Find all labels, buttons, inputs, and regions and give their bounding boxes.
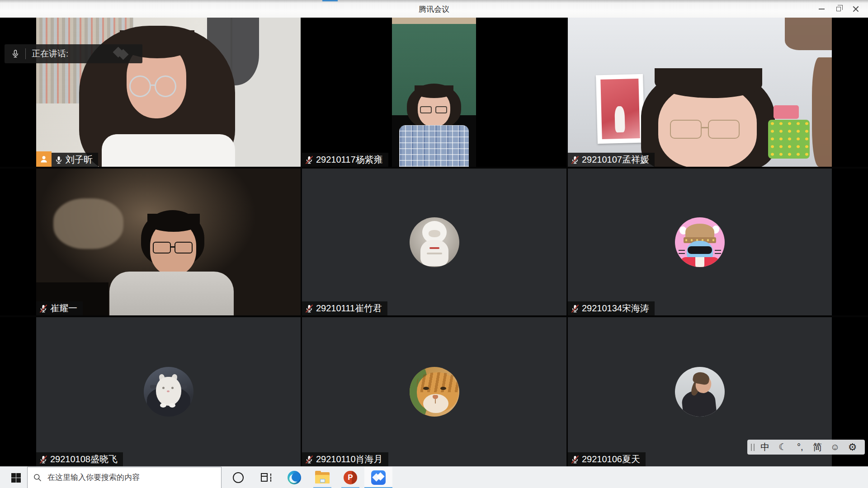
- video-tile-1[interactable]: 刘子昕: [0, 18, 301, 167]
- mic-icon: [54, 155, 63, 164]
- minimize-icon: [819, 9, 825, 9]
- minimize-button[interactable]: [813, 2, 830, 16]
- plaid-shirt-art: [399, 125, 469, 167]
- close-icon: [853, 6, 859, 12]
- video-tile-4[interactable]: 崔耀一: [0, 169, 301, 315]
- window-titlebar: 腾讯会议: [0, 0, 868, 18]
- taskbar-edge-button[interactable]: [280, 467, 308, 488]
- video-tile-6[interactable]: 29210134宋海涛: [568, 169, 868, 315]
- mic-muted-icon: [305, 304, 314, 313]
- participant-avatar: [410, 367, 459, 417]
- participant-name-tag: 29210108盛晓飞: [36, 452, 123, 466]
- mic-muted-icon: [39, 455, 48, 464]
- windows-logo-icon: [11, 473, 21, 483]
- participant-avatar: [675, 217, 725, 267]
- shirt-art: [109, 272, 234, 315]
- cortana-icon: [233, 472, 244, 483]
- person-icon: [39, 155, 48, 164]
- glasses-art: [670, 120, 702, 139]
- participant-name-tag: 29210110肖海月: [302, 452, 388, 466]
- video-tile-7[interactable]: 29210108盛晓飞: [0, 317, 301, 466]
- glasses-art: [129, 75, 151, 97]
- taskbar-powerpoint-button[interactable]: P: [336, 467, 364, 488]
- participant-avatar: [144, 367, 193, 417]
- start-button[interactable]: [5, 467, 26, 488]
- video-grid: 刘子昕 29210117杨紫雍: [0, 18, 868, 466]
- mic-muted-icon: [571, 155, 580, 164]
- taskbar-taskview-button[interactable]: [252, 467, 280, 488]
- close-button[interactable]: [847, 2, 864, 16]
- participant-name-tag: 刘子昕: [52, 153, 98, 167]
- pillow-art: [53, 198, 123, 249]
- titlebar-accent: [322, 0, 338, 1]
- ime-mode-button[interactable]: 中: [756, 440, 774, 455]
- mic-muted-icon: [571, 455, 580, 464]
- restore-button[interactable]: [830, 2, 847, 16]
- edge-icon: [288, 471, 301, 484]
- speaking-banner: 正在讲话:: [5, 44, 142, 63]
- mic-muted-icon: [305, 455, 314, 464]
- search-icon: [33, 473, 42, 482]
- mic-muted-icon: [571, 304, 580, 313]
- taskbar: P ☁ 28°C 多云 ∧ ☁: [0, 466, 868, 488]
- search-input[interactable]: [47, 473, 221, 483]
- ime-toolbar: 中 ☾ °, 简 ☺ ⚙: [747, 440, 865, 455]
- participant-name-tag: 29210111崔竹君: [302, 301, 387, 315]
- video-tile-2[interactable]: 29210117杨紫雍: [302, 18, 566, 167]
- ime-settings-gear-icon[interactable]: ⚙: [844, 440, 861, 455]
- glasses-art: [153, 242, 171, 253]
- ime-fullwidth-moon-icon[interactable]: ☾: [774, 440, 792, 455]
- video-tile-5[interactable]: 29210111崔竹君: [302, 169, 566, 315]
- arm-art: [812, 57, 832, 167]
- mic-muted-icon: [305, 155, 314, 164]
- participant-name-tag: 29210134宋海涛: [568, 301, 655, 315]
- participant-avatar: [675, 367, 725, 417]
- ime-emoji-button[interactable]: ☺: [826, 440, 844, 455]
- glasses-art: [420, 106, 432, 113]
- mic-icon: [11, 49, 20, 58]
- participant-name-tag: 29210107孟祥媛: [568, 153, 655, 167]
- restore-icon: [836, 7, 841, 11]
- window-title: 腾讯会议: [0, 4, 868, 14]
- taskbar-file-explorer-button[interactable]: [308, 467, 336, 488]
- participant-name-tag: 29210117杨紫雍: [302, 153, 388, 167]
- video-tile-3[interactable]: 29210107孟祥媛: [568, 18, 868, 167]
- desktop: 腾讯会议: [0, 0, 868, 488]
- ime-charset-button[interactable]: 简: [809, 440, 826, 455]
- ime-punctuation-button[interactable]: °,: [791, 440, 809, 455]
- speaking-banner-label: 正在讲话:: [32, 48, 68, 60]
- participant-avatar: [410, 217, 459, 267]
- participant-name-tag: 29210106夏天: [568, 452, 646, 466]
- meeting-logo-watermark: [114, 48, 127, 58]
- taskbar-cortana-button[interactable]: [224, 467, 252, 488]
- task-view-icon: [261, 472, 272, 483]
- participant-name-tag: 崔耀一: [36, 301, 83, 315]
- taskbar-search[interactable]: [27, 467, 222, 488]
- speaking-participant-badge: [36, 151, 52, 167]
- tencent-meeting-icon: [371, 470, 386, 485]
- ime-drag-handle[interactable]: [751, 444, 755, 451]
- shirt-art: [102, 134, 235, 167]
- mic-muted-icon: [39, 304, 48, 313]
- video-tile-8[interactable]: 29210110肖海月: [302, 317, 566, 466]
- powerpoint-icon: P: [344, 471, 357, 484]
- taskbar-tencent-meeting-button[interactable]: [364, 467, 392, 488]
- green-bag-art: [768, 120, 810, 159]
- file-explorer-icon: [315, 472, 330, 483]
